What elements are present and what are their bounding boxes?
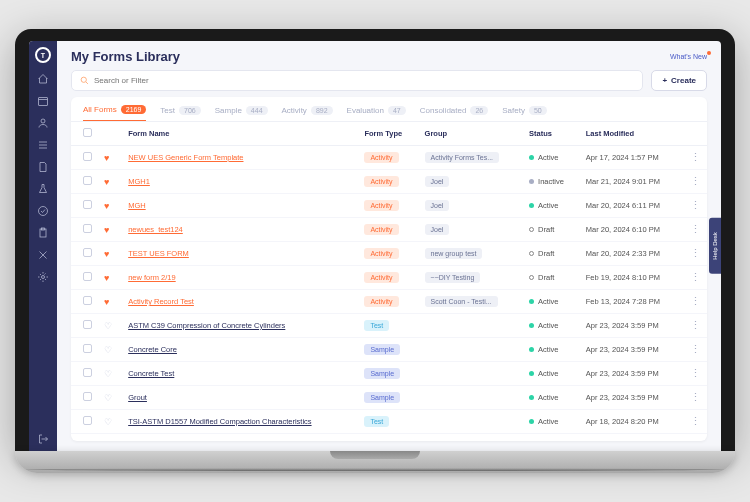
flask-icon[interactable]: [37, 183, 49, 195]
create-button[interactable]: + Create: [651, 70, 707, 91]
whats-new-link[interactable]: What's New: [670, 53, 707, 60]
group-badge: Joel: [425, 176, 450, 187]
tab-safety[interactable]: Safety50: [502, 105, 546, 121]
row-menu-icon[interactable]: ⋮: [684, 410, 707, 434]
tools-icon[interactable]: [37, 249, 49, 261]
search-input[interactable]: [94, 76, 634, 85]
modified-cell: Mar 21, 2024 9:01 PM: [580, 170, 684, 194]
table-row: ♡GroutSampleActiveApr 23, 2024 3:59 PM⋮: [71, 386, 707, 410]
group-badge: Joel: [425, 224, 450, 235]
row-menu-icon[interactable]: ⋮: [684, 338, 707, 362]
row-checkbox[interactable]: [83, 248, 92, 257]
status-badge: Active: [529, 369, 574, 378]
calendar-icon[interactable]: [37, 95, 49, 107]
row-menu-icon[interactable]: ⋮: [684, 386, 707, 410]
status-badge: Active: [529, 393, 574, 402]
laptop-base: [15, 451, 735, 473]
favorite-icon[interactable]: ♥: [104, 201, 109, 211]
group-badge: Activity Forms Tes...: [425, 152, 500, 163]
form-type-badge: Sample: [364, 392, 400, 403]
row-checkbox[interactable]: [83, 392, 92, 401]
row-checkbox[interactable]: [83, 344, 92, 353]
row-menu-icon[interactable]: ⋮: [684, 146, 707, 170]
home-icon[interactable]: [37, 73, 49, 85]
favorite-icon[interactable]: ♥: [104, 297, 109, 307]
help-desk-button[interactable]: Help Desk: [709, 218, 721, 274]
col-type[interactable]: Form Type: [358, 122, 418, 146]
tabs-bar: All Forms2169Test706Sample444Activity892…: [71, 97, 707, 122]
tab-all-forms[interactable]: All Forms2169: [83, 105, 146, 122]
row-checkbox[interactable]: [83, 152, 92, 161]
form-type-badge: Activity: [364, 296, 398, 307]
check-circle-icon[interactable]: [37, 205, 49, 217]
status-badge: Draft: [529, 225, 574, 234]
form-name-link[interactable]: Grout: [128, 393, 147, 402]
tab-activity[interactable]: Activity892: [282, 105, 333, 121]
row-checkbox[interactable]: [83, 200, 92, 209]
modified-cell: Apr 23, 2024 3:59 PM: [580, 386, 684, 410]
row-menu-icon[interactable]: ⋮: [684, 194, 707, 218]
favorite-icon[interactable]: ♥: [104, 225, 109, 235]
form-name-link[interactable]: MGH1: [128, 177, 150, 186]
tab-consolidated[interactable]: Consolidated26: [420, 105, 489, 121]
row-menu-icon[interactable]: ⋮: [684, 266, 707, 290]
select-all-checkbox[interactable]: [83, 128, 92, 137]
form-name-link[interactable]: ASTM C39 Compression of Concrete Cylinde…: [128, 321, 285, 330]
form-name-link[interactable]: TEST UES FORM: [128, 249, 189, 258]
row-menu-icon[interactable]: ⋮: [684, 290, 707, 314]
form-name-link[interactable]: Activity Record Test: [128, 297, 194, 306]
row-checkbox[interactable]: [83, 416, 92, 425]
search-box[interactable]: [71, 70, 643, 91]
row-checkbox[interactable]: [83, 272, 92, 281]
list-icon[interactable]: [37, 139, 49, 151]
table-row: ♥TEST UES FORMActivitynew group testDraf…: [71, 242, 707, 266]
group-badge: new group test: [425, 248, 483, 259]
row-menu-icon[interactable]: ⋮: [684, 170, 707, 194]
row-checkbox[interactable]: [83, 296, 92, 305]
form-type-badge: Sample: [364, 368, 400, 379]
row-checkbox[interactable]: [83, 368, 92, 377]
row-checkbox[interactable]: [83, 320, 92, 329]
col-name[interactable]: Form Name: [122, 122, 358, 146]
favorite-icon[interactable]: ♥: [104, 177, 109, 187]
favorite-icon[interactable]: ♡: [104, 393, 112, 403]
row-checkbox[interactable]: [83, 176, 92, 185]
row-menu-icon[interactable]: ⋮: [684, 218, 707, 242]
favorite-icon[interactable]: ♥: [104, 153, 109, 163]
table-row: ♥newues_test124ActivityJoelDraftMar 20, …: [71, 218, 707, 242]
person-icon[interactable]: [37, 117, 49, 129]
clipboard-icon[interactable]: [37, 227, 49, 239]
row-menu-icon[interactable]: ⋮: [684, 362, 707, 386]
group-badge: Joel: [425, 200, 450, 211]
col-modified[interactable]: Last Modified: [580, 122, 684, 146]
favorite-icon[interactable]: ♥: [104, 249, 109, 259]
form-name-link[interactable]: newues_test124: [128, 225, 183, 234]
favorite-icon[interactable]: ♡: [104, 321, 112, 331]
tab-evaluation[interactable]: Evaluation47: [347, 105, 406, 121]
svg-point-2: [39, 207, 48, 216]
form-name-link[interactable]: Concrete Core: [128, 345, 177, 354]
form-name-link[interactable]: NEW UES Generic Form Template: [128, 153, 243, 162]
favorite-icon[interactable]: ♥: [104, 273, 109, 283]
document-icon[interactable]: [37, 161, 49, 173]
tab-sample[interactable]: Sample444: [215, 105, 268, 121]
table-row: ♥MGH1ActivityJoelInactiveMar 21, 2024 9:…: [71, 170, 707, 194]
favorite-icon[interactable]: ♡: [104, 369, 112, 379]
logout-icon[interactable]: [37, 433, 49, 445]
row-checkbox[interactable]: [83, 224, 92, 233]
form-name-link[interactable]: Concrete Test: [128, 369, 174, 378]
col-group[interactable]: Group: [419, 122, 524, 146]
table-row: ♡TSI-ASTM D1557 Modified Compaction Char…: [71, 410, 707, 434]
row-menu-icon[interactable]: ⋮: [684, 314, 707, 338]
svg-point-6: [81, 77, 86, 82]
row-menu-icon[interactable]: ⋮: [684, 242, 707, 266]
form-type-badge: Test: [364, 416, 389, 427]
favorite-icon[interactable]: ♡: [104, 345, 112, 355]
form-name-link[interactable]: new form 2/19: [128, 273, 176, 282]
gear-icon[interactable]: [37, 271, 49, 283]
form-name-link[interactable]: MGH: [128, 201, 146, 210]
form-name-link[interactable]: TSI-ASTM D1557 Modified Compaction Chara…: [128, 417, 311, 426]
tab-test[interactable]: Test706: [160, 105, 200, 121]
favorite-icon[interactable]: ♡: [104, 417, 112, 427]
col-status[interactable]: Status: [523, 122, 580, 146]
